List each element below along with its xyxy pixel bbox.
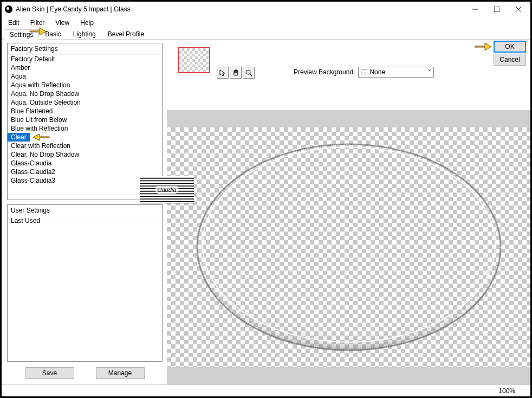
watermark: claudia [140, 176, 194, 203]
pointer-icon [219, 69, 226, 76]
titlebar-left: Alien Skin | Eye Candy 5 Impact | Glass [5, 5, 131, 13]
list-item[interactable]: Glass-Claudia3 [8, 176, 162, 185]
pointer-tool-button[interactable] [217, 67, 229, 79]
checker-swatch-icon [361, 69, 367, 75]
preview-thumbnail[interactable] [178, 47, 210, 73]
close-button[interactable] [508, 3, 529, 16]
preview-toolbar [217, 67, 255, 79]
magnifier-icon [245, 69, 252, 76]
list-item[interactable]: Clear with Reflection [8, 142, 162, 150]
menu-edit[interactable]: Edit [3, 18, 25, 28]
zoom-level: 100% [498, 387, 515, 395]
list-item[interactable]: Aqua, Outside Selection [8, 98, 162, 107]
maximize-icon [494, 7, 499, 12]
list-item[interactable]: Last Used [8, 216, 162, 225]
preview-background-value: None [369, 68, 385, 76]
preview-canvas[interactable] [167, 127, 530, 367]
svg-rect-1 [494, 7, 499, 12]
svg-point-4 [246, 70, 250, 74]
maximize-button[interactable] [486, 3, 508, 16]
list-item-selected[interactable]: Clear [8, 133, 30, 142]
menubar: Edit Filter View Help [2, 17, 530, 29]
glass-ellipse-preview [192, 139, 506, 356]
minimize-button[interactable] [464, 3, 486, 16]
hand-tool-button[interactable] [230, 67, 242, 79]
main-area: Factory Settings Factory Default Amber A… [2, 40, 530, 384]
factory-settings-list[interactable]: Factory Settings Factory Default Amber A… [7, 43, 163, 200]
user-settings-header: User Settings [8, 205, 162, 216]
zoom-tool-button[interactable] [243, 67, 255, 79]
save-button[interactable]: Save [25, 367, 74, 379]
preview-background-label: Preview Background: [294, 68, 355, 76]
menu-view[interactable]: View [50, 18, 75, 28]
list-item[interactable]: Aqua [8, 72, 162, 81]
factory-settings-header: Factory Settings [8, 43, 162, 55]
menu-help[interactable]: Help [75, 18, 99, 28]
list-item[interactable]: Glass-Claudia2 [8, 168, 162, 176]
tab-lighting[interactable]: Lighting [67, 29, 102, 39]
top-strip: Preview Background: None [167, 40, 530, 110]
list-item[interactable]: Clear, No Drop Shadow [8, 150, 162, 159]
list-item[interactable]: Blue Flattened [8, 107, 162, 115]
tab-bevel-profile[interactable]: Bevel Profile [102, 29, 150, 39]
list-item[interactable]: Aqua, No Drop Shadow [8, 89, 162, 98]
bottom-buttons: Save Manage [7, 362, 163, 381]
list-item[interactable]: Aqua with Reflection [8, 81, 162, 89]
list-item[interactable]: Glass-Claudia [8, 159, 162, 168]
user-settings-list[interactable]: User Settings Last Used [7, 204, 163, 362]
app-icon [5, 5, 12, 13]
right-panel: OK Cancel Preview Background: [167, 40, 530, 384]
hand-icon [232, 69, 239, 76]
tabbar: Settings Basic Lighting Bevel Profile [2, 29, 530, 40]
preview-background-select[interactable]: None [358, 67, 434, 78]
pointing-hand-icon [29, 25, 47, 37]
preview-background-control: Preview Background: None [294, 67, 434, 78]
preview-bottom-bar [167, 367, 530, 384]
left-panel: Factory Settings Factory Default Amber A… [2, 40, 167, 384]
status-bar: 100% [2, 384, 530, 396]
manage-button[interactable]: Manage [96, 367, 145, 379]
svg-line-5 [250, 74, 252, 76]
watermark-text: claudia [155, 186, 179, 194]
titlebar: Alien Skin | Eye Candy 5 Impact | Glass [2, 2, 530, 17]
pointing-hand-icon [32, 133, 50, 142]
minimize-icon [472, 7, 478, 12]
list-item[interactable]: Factory Default [8, 55, 162, 63]
close-icon [516, 7, 521, 12]
list-item[interactable]: Amber [8, 63, 162, 72]
list-item[interactable]: Blue Lit from Below [8, 115, 162, 124]
preview-area [167, 110, 530, 384]
list-item[interactable]: Blue with Reflection [8, 124, 162, 133]
window-title: Alien Skin | Eye Candy 5 Impact | Glass [16, 5, 131, 13]
window-controls [464, 3, 529, 16]
preview-top-bar [167, 110, 530, 127]
